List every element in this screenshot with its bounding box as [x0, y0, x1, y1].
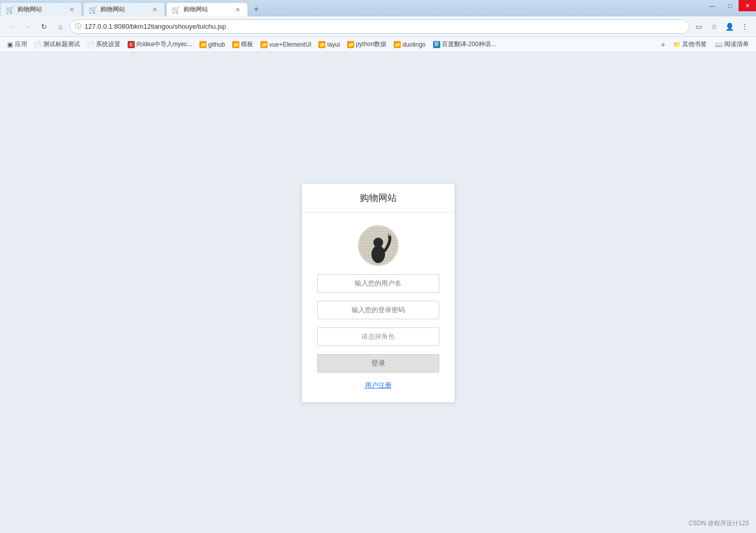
register-link[interactable]: 用户注册 — [365, 381, 392, 390]
bookmark-vue-icon: 📁 — [260, 41, 268, 48]
bookmark-idea-icon: C — [128, 41, 135, 48]
folder-icon: 📁 — [673, 41, 681, 48]
bookmark-ceshipiaomu-label: 测试标题测试 — [43, 40, 80, 49]
other-bookmarks-button[interactable]: 📁 其他书签 — [670, 39, 710, 50]
profile-button[interactable]: 👤 — [722, 19, 737, 34]
tab-2-close[interactable]: ✕ — [150, 5, 159, 14]
reading-list-button[interactable]: 📖 阅读清单 — [712, 39, 752, 50]
bookmark-idea-label: 向idea中导入myec... — [136, 40, 192, 49]
tab-1-icon: 🛒 — [6, 6, 14, 14]
role-select[interactable]: 请选择角色 普通用户 管理员 — [317, 327, 439, 346]
avatar-image — [359, 225, 398, 266]
bookmark-vue-label: vue+ElementUI — [269, 41, 311, 48]
tab-2-title: 购物网站 — [100, 5, 147, 14]
tab-3[interactable]: 🛒 购物网站 ✕ — [166, 2, 248, 16]
reload-button[interactable]: ↻ — [37, 19, 51, 34]
nav-action-buttons: ▭ ☆ 👤 ⋮ — [691, 19, 752, 34]
bookmark-github-icon: 📁 — [199, 41, 207, 48]
bookmark-ceshipiaomu[interactable]: 📄 测试标题测试 — [31, 39, 83, 50]
home-button[interactable]: ⌂ — [53, 19, 68, 34]
svg-rect-2 — [359, 229, 398, 231]
page-content: 购物网站 — [0, 52, 756, 533]
bookmark-layui[interactable]: 📁 layui — [315, 40, 343, 49]
new-tab-button[interactable]: + — [249, 3, 263, 15]
avatar — [358, 225, 399, 266]
bookmark-layui-icon: 📁 — [318, 41, 325, 48]
bookmark-github-label: github — [208, 41, 225, 48]
bookmark-python-label: python数据 — [356, 40, 386, 49]
page-credit: CSDN @程序设计123 — [688, 519, 749, 528]
apps-button[interactable]: ▣ 应用 — [4, 39, 30, 50]
svg-rect-4 — [359, 235, 398, 237]
login-card: 购物网站 — [301, 183, 455, 403]
bookmark-idea[interactable]: C 向idea中导入myec... — [125, 39, 195, 50]
other-bookmarks-label: 其他书签 — [682, 40, 707, 49]
bookmark-duolingo-icon: 📁 — [394, 41, 401, 48]
bookmarks-bar: ▣ 应用 📄 测试标题测试 📄 系统设置 C 向idea中导入myec... 📁… — [0, 37, 756, 52]
bookmark-vue[interactable]: 📁 vue+ElementUI — [257, 40, 314, 49]
bookmark-duolingo-label: duolingo — [402, 41, 425, 48]
card-title: 购物网站 — [310, 192, 446, 204]
svg-rect-3 — [359, 232, 398, 234]
forward-button[interactable]: → — [21, 19, 35, 34]
tab-2[interactable]: 🛒 购物网站 ✕ — [83, 2, 165, 16]
password-input[interactable] — [317, 301, 439, 319]
menu-button[interactable]: ⋮ — [738, 19, 752, 34]
bookmark-python[interactable]: 📁 python数据 — [344, 39, 390, 50]
close-button[interactable]: ✕ — [739, 0, 756, 11]
bookmarks-more: » 📁 其他书签 📖 阅读清单 — [658, 39, 752, 50]
tab-1-close[interactable]: ✕ — [67, 5, 76, 14]
address-bar[interactable]: ⓘ 127.0.0.1:8080/bkm12tiangou/shouye/tui… — [70, 19, 689, 34]
tab-1[interactable]: 🛒 购物网站 ✕ — [0, 2, 82, 16]
apps-grid-icon: ▣ — [7, 41, 13, 48]
bookmark-baidu-icon: 百 — [433, 41, 440, 48]
bookmark-layui-label: layui — [327, 41, 340, 48]
svg-point-15 — [373, 237, 383, 247]
login-button[interactable]: 登录 — [317, 354, 439, 373]
security-icon: ⓘ — [75, 22, 81, 31]
svg-point-14 — [371, 245, 385, 263]
more-bookmarks-button[interactable]: » — [658, 40, 668, 49]
bookmark-button[interactable]: ☆ — [707, 19, 721, 34]
svg-rect-1 — [359, 226, 398, 228]
minimize-button[interactable]: — — [704, 0, 721, 11]
bookmark-baidu[interactable]: 百 百度翻译-200种语... — [430, 39, 499, 50]
bookmark-moban-label: 模板 — [241, 40, 253, 49]
username-input[interactable] — [317, 274, 439, 293]
bookmark-python-icon: 📁 — [347, 41, 354, 48]
bookmark-duolingo[interactable]: 📁 duolingo — [391, 40, 428, 49]
reading-list-icon: 📖 — [715, 41, 723, 48]
tab-2-icon: 🛒 — [89, 6, 97, 14]
navigation-bar: ← → ↻ ⌂ ⓘ 127.0.0.1:8080/bkm12tiangou/sh… — [0, 16, 756, 37]
tab-3-title: 购物网站 — [183, 5, 230, 14]
tab-1-title: 购物网站 — [17, 5, 64, 14]
more-icon: » — [661, 41, 665, 48]
browser-window: 🛒 购物网站 ✕ 🛒 购物网站 ✕ 🛒 购物网站 ✕ + — □ ✕ ← → ↻… — [0, 0, 756, 533]
bookmark-xitongshezhi[interactable]: 📄 系统设置 — [84, 39, 124, 50]
reading-list-label: 阅读清单 — [724, 40, 749, 49]
maximize-button[interactable]: □ — [721, 0, 739, 11]
card-body: 请选择角色 普通用户 管理员 登录 用户注册 — [302, 213, 455, 402]
apps-label: 应用 — [15, 40, 27, 49]
bookmark-github[interactable]: 📁 github — [196, 40, 228, 49]
title-bar: 🛒 购物网站 ✕ 🛒 购物网站 ✕ 🛒 购物网站 ✕ + — □ ✕ — [0, 0, 756, 16]
bookmark-moban-icon: 📁 — [232, 41, 239, 48]
bookmark-xitongshezhi-label: 系统设置 — [96, 40, 120, 49]
bookmark-baidu-label: 百度翻译-200种语... — [442, 40, 496, 49]
svg-point-16 — [387, 233, 391, 236]
bookmark-ceshipiaomu-icon: 📄 — [34, 41, 42, 48]
card-header: 购物网站 — [302, 183, 455, 213]
tab-3-icon: 🛒 — [172, 6, 180, 14]
tab-3-close[interactable]: ✕ — [233, 5, 242, 14]
window-controls: — □ ✕ — [704, 0, 756, 14]
bookmark-moban[interactable]: 📁 模板 — [229, 39, 256, 50]
url-text: 127.0.0.1:8080/bkm12tiangou/shouye/tuich… — [85, 23, 684, 30]
bookmark-xitongshezhi-icon: 📄 — [87, 41, 94, 48]
cast-button[interactable]: ▭ — [691, 19, 706, 34]
back-button[interactable]: ← — [4, 19, 18, 34]
